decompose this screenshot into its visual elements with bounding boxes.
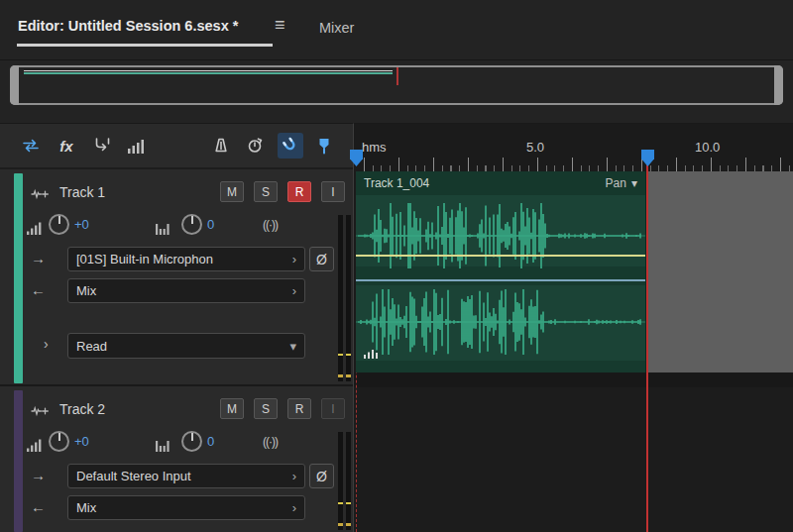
ruler-tick-label: 10.0 xyxy=(695,140,720,155)
clip-envelope-label: Pan xyxy=(606,176,626,190)
track-name[interactable]: Track 2 xyxy=(59,401,105,417)
navigator-right-handle[interactable] xyxy=(774,65,783,105)
track-level-meter xyxy=(338,432,351,530)
solo-button[interactable]: S xyxy=(254,398,278,419)
input-select[interactable]: [01S] Built-in Microphon › xyxy=(67,247,305,271)
navigator-overview-waveform xyxy=(24,72,393,74)
navigator-overview-topline xyxy=(24,70,393,71)
output-select-value: Mix xyxy=(76,283,96,298)
track2-lane[interactable] xyxy=(354,387,793,532)
timer-icon[interactable] xyxy=(242,133,268,159)
volume-value[interactable]: +0 xyxy=(74,434,89,449)
phase-invert-button[interactable]: Ø xyxy=(309,247,334,271)
record-arm-button[interactable]: R xyxy=(287,398,311,419)
volume-meter-icon xyxy=(26,438,42,456)
input-select-value: Default Stereo Input xyxy=(76,469,191,483)
input-arrow-icon: → xyxy=(31,467,46,483)
track-type-icon xyxy=(31,403,49,421)
volume-knob[interactable] xyxy=(49,431,69,452)
monitoring-icon[interactable]: ((·)) xyxy=(263,218,278,232)
track-level-meter xyxy=(338,215,351,381)
levels-meter-icon[interactable] xyxy=(123,133,149,159)
monitoring-icon[interactable]: ((·)) xyxy=(263,435,278,449)
track-controls-panel: fx Track 1 M S R I xyxy=(0,123,353,532)
pan-knob[interactable] xyxy=(181,431,202,452)
record-arm-button[interactable]: R xyxy=(287,181,311,202)
active-tab-underline xyxy=(17,44,273,47)
clip-title: Track 1_004 xyxy=(364,176,429,190)
track1-color-strip[interactable] xyxy=(14,173,23,383)
clip-header[interactable]: Track 1_004 Pan ▾ xyxy=(356,171,645,195)
submenu-chevron-icon: › xyxy=(286,283,296,298)
output-select[interactable]: Mix › xyxy=(67,495,305,520)
metronome-icon[interactable] xyxy=(208,133,234,159)
mute-button[interactable]: M xyxy=(220,398,244,419)
solo-button[interactable]: S xyxy=(254,181,278,202)
navigator-left-handle[interactable] xyxy=(10,65,19,105)
output-arrow-icon: ← xyxy=(31,281,46,298)
navigator-playhead xyxy=(396,67,398,85)
pan-value[interactable]: 0 xyxy=(207,217,214,232)
zoom-navigator[interactable] xyxy=(10,65,783,105)
automation-mode-select[interactable]: Read ▾ xyxy=(67,333,305,359)
dropdown-chevron-icon: ▾ xyxy=(283,339,296,354)
fx-icon[interactable]: fx xyxy=(54,133,79,159)
track-header-track2: Track 2 M S R I +0 0 ((·)) → Default Ste… xyxy=(0,388,353,532)
panel-tab-bar: Editor: Untitled Session 6.sesx * ≡ Mixe… xyxy=(0,0,793,60)
track-header-track1: Track 1 M S R I +0 0 ((·)) → [01S] Built… xyxy=(0,171,353,386)
pan-meter-icon xyxy=(155,439,170,457)
input-arrow-icon: → xyxy=(31,250,46,266)
volume-value[interactable]: +0 xyxy=(74,217,89,232)
multitrack-timeline[interactable]: Track 1_004 Pan ▾ hms 5.0 10.0 xyxy=(353,123,793,532)
move-tool-icon[interactable] xyxy=(18,133,44,159)
ruler-tick-marks[interactable] xyxy=(354,158,793,171)
tab-mixer[interactable]: Mixer xyxy=(319,20,354,36)
output-arrow-icon: ← xyxy=(31,498,46,515)
track2-color-strip[interactable] xyxy=(14,390,23,532)
clip-bottom-band xyxy=(356,361,645,372)
ruler-tick-label: 5.0 xyxy=(526,140,544,155)
empty-lane-after-clip[interactable] xyxy=(646,171,793,372)
submenu-chevron-icon: › xyxy=(286,252,296,266)
track-name[interactable]: Track 1 xyxy=(59,184,105,200)
volume-knob[interactable] xyxy=(49,214,69,235)
submenu-chevron-icon: › xyxy=(286,500,296,515)
marker-pin-icon[interactable] xyxy=(311,133,337,159)
waveform-channel-right xyxy=(356,284,646,360)
clip-envelope-select[interactable]: Pan ▾ xyxy=(606,176,637,190)
automation-mode-value: Read xyxy=(76,339,107,354)
playhead-line[interactable] xyxy=(646,163,648,532)
volume-meter-icon xyxy=(26,221,42,239)
audio-editor-window: Editor: Untitled Session 6.sesx * ≡ Mixe… xyxy=(0,0,793,532)
input-select-value: [01S] Built-in Microphon xyxy=(76,252,213,266)
dropdown-chevron-icon: ▾ xyxy=(631,176,637,190)
ruler-unit-label[interactable]: hms xyxy=(362,140,387,155)
audio-clip[interactable]: Track 1_004 Pan ▾ xyxy=(356,171,646,372)
volume-envelope-line[interactable] xyxy=(356,255,645,257)
submenu-chevron-icon: › xyxy=(286,469,296,483)
pan-envelope-line[interactable] xyxy=(356,279,645,281)
panel-menu-icon[interactable]: ≡ xyxy=(275,15,285,36)
automation-collapse-chevron[interactable]: › xyxy=(44,336,49,352)
mute-button[interactable]: M xyxy=(220,181,244,202)
routing-icon[interactable] xyxy=(89,133,115,159)
output-select[interactable]: Mix › xyxy=(67,278,305,303)
track1-lane[interactable]: Track 1_004 Pan ▾ xyxy=(354,171,793,372)
pan-meter-icon xyxy=(155,222,170,240)
monitor-input-button[interactable]: I xyxy=(321,181,345,202)
phase-invert-button[interactable]: Ø xyxy=(309,464,334,488)
tab-editor[interactable]: Editor: Untitled Session 6.sesx * xyxy=(18,18,238,34)
fx-label: fx xyxy=(59,138,72,155)
toolbar-divider xyxy=(0,167,353,169)
input-select[interactable]: Default Stereo Input › xyxy=(67,464,305,488)
pan-value[interactable]: 0 xyxy=(207,434,214,449)
monitor-input-button[interactable]: I xyxy=(321,398,345,419)
clip-gain-bars-icon[interactable] xyxy=(364,345,378,363)
output-select-value: Mix xyxy=(76,500,96,515)
track-type-icon xyxy=(31,186,49,204)
pan-knob[interactable] xyxy=(181,214,202,235)
snap-magnet-icon[interactable] xyxy=(278,133,303,159)
waveform-channel-left xyxy=(356,198,646,273)
